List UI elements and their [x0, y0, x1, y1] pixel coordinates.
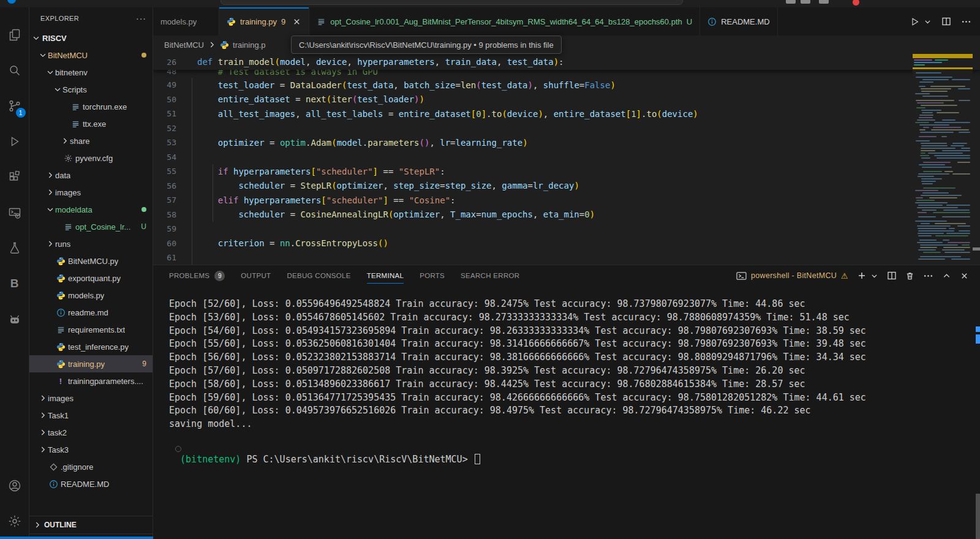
code-editor[interactable]: 26def train_model(model, device, hyperpa… [153, 54, 980, 265]
run-python-file-icon[interactable] [910, 17, 920, 27]
tree-item-torchrun-exe[interactable]: torchrun.exe [29, 98, 153, 115]
secondary-sidebar-toggle-icon[interactable] [819, 0, 829, 4]
code-line-55[interactable]: 55 if hyperparameters["scheduler"] == "S… [153, 164, 980, 179]
source-control-icon[interactable]: 1 [0, 88, 29, 124]
kill-terminal-icon[interactable] [905, 271, 914, 281]
tree-item-data[interactable]: data [29, 167, 153, 184]
chevron-right-icon [208, 40, 216, 49]
terminal-scrollbar-thumb[interactable] [976, 494, 980, 539]
tree-item-opt-cosine-lr-[interactable]: opt_Cosine_lr...U [29, 218, 153, 235]
chevron-right-icon [45, 239, 55, 248]
code-line-56[interactable]: 56 scheduler = StepLR(optimizer, step_si… [153, 179, 980, 194]
tree-item-share[interactable]: share [29, 132, 153, 149]
tree-item-bitnetmcu-py[interactable]: BitNetMCU.py [29, 252, 153, 270]
robot-icon[interactable] [0, 301, 29, 337]
code-line-54[interactable]: 54 [153, 150, 980, 165]
tree-item-label: data [55, 171, 70, 180]
settings-icon[interactable] [0, 503, 29, 539]
tab-models-py[interactable]: models.py [153, 7, 219, 36]
line-number: 53 [153, 138, 187, 147]
tree-item-task1[interactable]: Task1 [29, 407, 153, 424]
tree-item-models-py[interactable]: models.py [29, 287, 153, 304]
tree-item-training-py[interactable]: training.py9 [29, 355, 153, 372]
code-line-60[interactable]: 60 criterion = nn.CrossEntropyLoss() [153, 236, 980, 251]
tree-item-images[interactable]: images [29, 390, 153, 407]
panel-toggle-icon[interactable] [801, 0, 810, 4]
tree-item-ttx-exe[interactable]: ttx.exe [29, 115, 153, 132]
code-line-49[interactable]: 49 test_loader = DataLoader(test_data, b… [153, 78, 980, 92]
split-terminal-icon[interactable] [887, 271, 897, 281]
search-icon[interactable] [0, 53, 29, 88]
tree-item-task2[interactable]: task2 [29, 424, 153, 441]
terminal[interactable]: Epoch [52/60], Loss: 0.05596496492548824… [153, 286, 980, 539]
tab-training-py[interactable]: training.py9 [219, 7, 309, 36]
command-center[interactable] [221, 0, 683, 5]
outline-section[interactable]: OUTLINE [29, 516, 153, 534]
tree-item-badge: 9 [142, 360, 153, 368]
line-number: 51 [153, 109, 187, 118]
split-editor-icon[interactable] [941, 17, 951, 26]
explorer-icon[interactable] [0, 17, 29, 53]
code-line-61[interactable]: 61 [153, 251, 980, 265]
title-bar [0, 0, 980, 7]
tree-item-readme-md[interactable]: README.MD [29, 475, 153, 492]
panel-tab-terminal[interactable]: TERMINAL [367, 265, 404, 286]
minimap[interactable] [913, 54, 973, 265]
tree-item-task3[interactable]: Task3 [29, 441, 153, 458]
editor-more-actions-icon[interactable] [961, 17, 971, 27]
panel-more-actions-icon[interactable] [923, 271, 933, 281]
code-line-50[interactable]: 50 entire_dataset = next(iter(test_loade… [153, 92, 980, 107]
code-line-59[interactable]: 59 [153, 222, 980, 236]
close-icon[interactable] [292, 17, 301, 26]
tree-item-exportquant-py[interactable]: exportquant.py [29, 270, 153, 287]
account-icon[interactable] [0, 468, 29, 503]
panel-tab-ports[interactable]: PORTS [420, 265, 445, 286]
explorer-more-icon[interactable]: ··· [136, 13, 146, 23]
code-line-57[interactable]: 57 elif hyperparameters["scheduler"] == … [153, 193, 980, 208]
panel-tab-output[interactable]: OUTPUT [241, 265, 271, 286]
tree-item-trainingparameters-[interactable]: !trainingparameters.... [29, 372, 153, 390]
terminal-dropdown-icon[interactable] [870, 272, 878, 280]
tab-opt-cosine-lr0-001-aug-b[interactable]: opt_Cosine_lr0.001_Aug_BitMnist_PerTenso… [309, 7, 700, 36]
line-number: 48 [153, 70, 187, 76]
tree-item-bitnetmcu[interactable]: BitNetMCU [29, 47, 153, 64]
remote-terminal-icon[interactable] [0, 195, 29, 230]
tree-item-pyvenv-cfg[interactable]: pyvenv.cfg [29, 149, 153, 167]
tree-item-bitnetenv[interactable]: bitnetenv [29, 64, 153, 81]
sticky-scroll-line[interactable]: 26def train_model(model, device, hyperpa… [153, 54, 980, 70]
run-debug-icon[interactable] [0, 124, 29, 159]
panel-tab-problems[interactable]: PROBLEMS9 [169, 265, 225, 286]
testing-icon[interactable] [0, 230, 29, 266]
close-panel-icon[interactable] [960, 271, 969, 281]
tree-item-readme-md[interactable]: readme.md [29, 304, 153, 321]
tree-item-label: trainingparameters.... [68, 377, 143, 386]
tree-item-test-inference-py[interactable]: test_inference.py [29, 338, 153, 355]
code-line-53[interactable]: 53 optimizer = optim.Adam(model.paramete… [153, 135, 980, 150]
layout-toggle-icon[interactable] [786, 0, 796, 4]
breadcrumb-folder[interactable]: BitNetMCU [164, 40, 204, 50]
py-file-icon [227, 17, 236, 26]
letter-b-icon[interactable]: B [0, 266, 29, 301]
code-line-58[interactable]: 58 scheduler = CosineAnnealingLR(optimiz… [153, 208, 980, 222]
tree-item-images[interactable]: images [29, 184, 153, 201]
terminal-prompt[interactable]: (bitnetenv) PS C:\Users\ankit\riscv\Risc… [169, 432, 980, 445]
tab-readme-md[interactable]: README.MD [700, 7, 777, 36]
extensions-icon[interactable] [0, 159, 29, 195]
run-dropdown-icon[interactable] [924, 18, 932, 26]
tree-item-runs[interactable]: runs [29, 235, 153, 252]
breadcrumb-file[interactable]: training.p [220, 40, 265, 50]
tree-item-modeldata[interactable]: modeldata [29, 201, 153, 218]
list-file-icon [70, 119, 81, 129]
terminal-instance-label[interactable]: powershell - BitNetMCU ⚠ [736, 271, 848, 281]
code-line-51[interactable]: 51 all_test_images, all_test_labels = en… [153, 107, 980, 121]
tree-item-requirements-txt[interactable]: requirements.txt [29, 321, 153, 338]
tree-item-scripts[interactable]: Scripts [29, 81, 153, 98]
maximize-panel-icon[interactable] [942, 271, 951, 281]
code-line-48[interactable]: 48 # Test dataset is always in GPU [153, 70, 980, 78]
panel-tab-search-error[interactable]: SEARCH ERROR [461, 265, 519, 286]
workspace-section-riscv[interactable]: RISCV [29, 29, 153, 47]
panel-tab-debug-console[interactable]: DEBUG CONSOLE [287, 265, 350, 286]
new-terminal-icon[interactable] [857, 271, 867, 281]
tree-item--gitignore[interactable]: .gitignore [29, 458, 153, 475]
code-line-52[interactable]: 52 [153, 121, 980, 136]
